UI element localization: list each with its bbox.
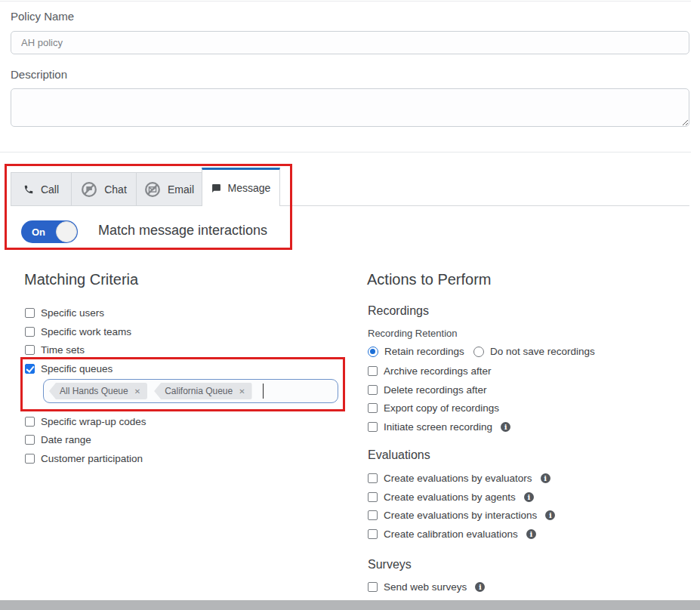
criteria-date-range[interactable]: Date range: [25, 434, 91, 445]
checkbox-specific-users[interactable]: [25, 308, 35, 318]
actions-title: Actions to Perform: [367, 271, 492, 288]
checkbox-archive-recordings[interactable]: [368, 366, 378, 376]
email-disabled-icon: [144, 181, 161, 198]
toggle-knob: [56, 221, 77, 242]
action-export-recordings[interactable]: Export copy of recordings: [368, 402, 499, 414]
tab-chat-label: Chat: [104, 183, 127, 196]
policy-name-input[interactable]: [11, 31, 689, 54]
checkbox-date-range[interactable]: [25, 435, 35, 445]
action-initiate-screen-recording[interactable]: Initiate screen recording i: [368, 421, 510, 433]
checkbox-specific-wrapup-codes[interactable]: [25, 417, 35, 427]
checkbox-specific-work-teams[interactable]: [25, 327, 35, 337]
checkbox-send-web-surveys[interactable]: [368, 582, 378, 592]
chat-disabled-icon: [81, 181, 97, 198]
tab-message[interactable]: Message: [202, 168, 280, 206]
action-evaluations-by-interactions[interactable]: Create evaluations by interactions i: [368, 510, 555, 521]
checkbox-evaluations-by-interactions[interactable]: [368, 510, 378, 520]
message-bubble-icon: [211, 183, 221, 193]
radio-button-do-not-save[interactable]: [473, 347, 484, 357]
tab-email-label: Email: [168, 183, 194, 196]
criteria-time-sets[interactable]: Time sets: [25, 344, 85, 356]
checkbox-evaluations-by-evaluators[interactable]: [368, 473, 378, 483]
radio-do-not-save-recordings[interactable]: Do not save recordings: [473, 346, 595, 357]
remove-tag-icon[interactable]: ✕: [239, 387, 245, 396]
checkbox-delete-recordings[interactable]: [368, 385, 378, 395]
queue-tag: California Queue ✕: [154, 383, 251, 399]
section-divider: [0, 152, 691, 152]
info-icon[interactable]: i: [501, 422, 510, 432]
text-cursor: [263, 384, 264, 399]
remove-tag-icon[interactable]: ✕: [134, 387, 140, 396]
queue-tag-label: All Hands Queue: [60, 386, 128, 396]
matching-criteria-title: Matching Criteria: [24, 271, 138, 288]
action-label: Send web surveys: [384, 581, 467, 593]
action-label: Create evaluations by agents: [384, 491, 516, 503]
action-label: Export copy of recordings: [384, 402, 499, 414]
checkbox-calibration-evaluations[interactable]: [368, 529, 378, 539]
radio-label: Retain recordings: [384, 346, 464, 357]
toggle-caption: Match message interactions: [98, 223, 267, 239]
criteria-label: Time sets: [41, 344, 85, 356]
surveys-title: Surveys: [368, 558, 412, 571]
description-label: Description: [11, 68, 67, 81]
criteria-specific-work-teams[interactable]: Specific work teams: [25, 326, 131, 337]
action-archive-recordings[interactable]: Archive recordings after: [368, 365, 492, 377]
action-evaluations-by-evaluators[interactable]: Create evaluations by evaluators i: [368, 473, 550, 484]
info-icon[interactable]: i: [526, 529, 536, 539]
tab-email[interactable]: Email: [136, 172, 202, 206]
action-label: Create calibration evaluations: [384, 528, 518, 540]
action-label: Create evaluations by interactions: [384, 510, 537, 521]
action-label: Archive recordings after: [384, 365, 492, 377]
action-send-web-surveys[interactable]: Send web surveys i: [368, 581, 485, 593]
phone-icon: [23, 184, 34, 195]
checkbox-specific-queues[interactable]: [25, 364, 35, 374]
queues-tag-input[interactable]: All Hands Queue ✕ California Queue ✕: [43, 379, 338, 403]
criteria-label: Specific queues: [41, 363, 113, 374]
criteria-label: Specific wrap-up codes: [41, 416, 146, 427]
media-type-tabbar: Call Chat Email Message: [11, 168, 689, 206]
evaluations-title: Evaluations: [368, 448, 430, 462]
criteria-label: Specific users: [41, 307, 104, 319]
criteria-label: Specific work teams: [41, 326, 131, 337]
radio-button-retain[interactable]: [368, 347, 378, 357]
radio-retain-recordings[interactable]: Retain recordings: [368, 346, 464, 357]
bottom-scrollbar[interactable]: [0, 600, 700, 610]
description-textarea[interactable]: [11, 88, 689, 127]
action-delete-recordings[interactable]: Delete recordings after: [368, 384, 487, 396]
criteria-label: Customer participation: [41, 453, 143, 464]
toggle-on-label: On: [21, 226, 45, 238]
recordings-title: Recordings: [368, 304, 429, 318]
criteria-specific-queues[interactable]: Specific queues: [25, 363, 113, 374]
checkbox-evaluations-by-agents[interactable]: [368, 492, 378, 502]
tab-message-label: Message: [228, 182, 271, 194]
checkbox-export-recordings[interactable]: [368, 403, 378, 413]
action-calibration-evaluations[interactable]: Create calibration evaluations i: [368, 528, 536, 540]
action-evaluations-by-agents[interactable]: Create evaluations by agents i: [368, 491, 534, 503]
criteria-label: Date range: [41, 434, 91, 445]
tab-call[interactable]: Call: [11, 172, 72, 206]
radio-label: Do not save recordings: [490, 346, 595, 357]
criteria-specific-users[interactable]: Specific users: [25, 307, 104, 319]
tab-call-label: Call: [41, 183, 59, 196]
recording-retention-label: Recording Retention: [368, 328, 458, 339]
match-interactions-toggle[interactable]: On: [21, 220, 78, 243]
info-icon[interactable]: i: [545, 510, 555, 520]
criteria-specific-wrapup-codes[interactable]: Specific wrap-up codes: [25, 416, 146, 427]
checkbox-time-sets[interactable]: [25, 345, 35, 355]
policy-name-label: Policy Name: [11, 10, 74, 23]
info-icon[interactable]: i: [524, 492, 534, 502]
action-label: Delete recordings after: [384, 384, 487, 396]
info-icon[interactable]: i: [475, 582, 485, 592]
tab-chat[interactable]: Chat: [71, 172, 137, 206]
info-icon[interactable]: i: [541, 473, 550, 483]
checkbox-initiate-screen-recording[interactable]: [368, 422, 378, 432]
action-label: Create evaluations by evaluators: [384, 473, 532, 484]
checkbox-customer-participation[interactable]: [25, 454, 35, 464]
queue-tag-label: California Queue: [165, 386, 233, 396]
action-label: Initiate screen recording: [384, 421, 492, 433]
queue-tag: All Hands Queue ✕: [49, 383, 147, 399]
top-divider: [0, 1, 691, 2]
criteria-customer-participation[interactable]: Customer participation: [25, 453, 143, 464]
